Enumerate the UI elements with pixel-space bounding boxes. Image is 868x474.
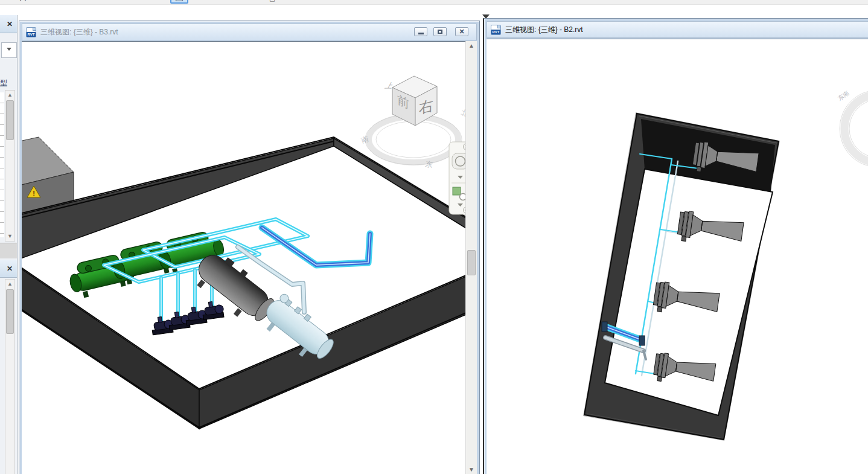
text-tool-icon[interactable]: A	[17, 0, 29, 4]
properties-panel-header[interactable]: ✕	[0, 15, 17, 33]
delete-icon[interactable]: ✕	[217, 0, 229, 4]
edit-type-link-fragment[interactable]: 型	[0, 78, 7, 88]
close-button[interactable]: ✕	[455, 27, 468, 36]
b3-titlebar[interactable]: RVT 三维视图: {三维} - B3.rvt ✕	[22, 24, 477, 40]
viewcube-compass-fragment[interactable]: 东南	[837, 89, 868, 167]
active-tool-icon[interactable]: ▭	[170, 0, 188, 4]
restore-button[interactable]	[433, 27, 447, 36]
navigation-bar[interactable]	[449, 142, 465, 214]
scroll-down-icon[interactable]: ▼	[466, 465, 477, 474]
b2-scene: 东南	[487, 39, 868, 474]
window-title: 三维视图: {三维} - B2.rvt	[505, 25, 583, 35]
compass-label: 东	[424, 159, 433, 169]
rvt-file-icon: RVT	[491, 25, 501, 35]
view-window-b2[interactable]: RVT 三维视图: {三维} - B2.rvt	[483, 18, 868, 474]
scroll-up-icon[interactable]: ▲	[5, 91, 14, 100]
properties-panel-sliver: ✕ 型 ▲ ▼	[0, 15, 18, 260]
scroll-down-icon[interactable]: ▼	[5, 232, 14, 241]
svg-text:!: !	[33, 190, 35, 197]
type-selector-sliver[interactable]	[1, 42, 17, 58]
close-icon[interactable]: ✕	[5, 264, 14, 274]
view-window-b3[interactable]: RVT 三维视图: {三维} - B3.rvt ✕	[19, 21, 480, 474]
properties-footer-fragment	[0, 243, 17, 258]
b3-3d-canvas[interactable]: !	[22, 41, 465, 474]
add-icon[interactable]: +	[130, 0, 142, 4]
compass-label: 北	[460, 108, 465, 118]
project-browser-sliver: ✕ ▲	[0, 260, 18, 474]
close-icon[interactable]: ✕	[5, 19, 14, 29]
b3-vertical-scrollbar[interactable]: ▲ ▼	[465, 41, 477, 474]
scroll-up-icon[interactable]: ▲	[466, 41, 477, 51]
chevron-down-icon	[7, 48, 11, 51]
minimize-button[interactable]	[414, 27, 427, 36]
zoom-region-icon	[453, 187, 461, 195]
properties-grid-fragment	[0, 92, 4, 237]
properties-scrollbar[interactable]: ▲ ▼	[5, 90, 15, 242]
reference-icon[interactable]: ◔	[62, 0, 74, 4]
b3-scene: !	[22, 42, 465, 474]
compass-label: 东南	[837, 89, 850, 101]
rvt-file-icon: RVT	[26, 27, 36, 37]
window-title: 三维视图: {三维} - B3.rvt	[40, 27, 118, 37]
ribbon-toolbar-fragment: A ◔ + ▭ ✕ ⎗	[0, 0, 868, 5]
condenser-pipe[interactable]	[262, 228, 370, 265]
browser-scrollbar[interactable]: ▲	[5, 279, 15, 474]
paste-icon[interactable]: ⎗	[266, 0, 278, 4]
scroll-up-icon[interactable]: ▲	[5, 280, 14, 289]
b2-3d-canvas[interactable]: 东南	[487, 39, 868, 474]
scrollbar-thumb[interactable]	[467, 250, 476, 275]
b2-titlebar[interactable]: RVT 三维视图: {三维} - B2.rvt	[487, 21, 868, 38]
scrollbar-thumb[interactable]	[6, 100, 14, 140]
scrollbar-thumb[interactable]	[6, 289, 14, 334]
project-browser-header[interactable]: ✕	[0, 260, 17, 278]
